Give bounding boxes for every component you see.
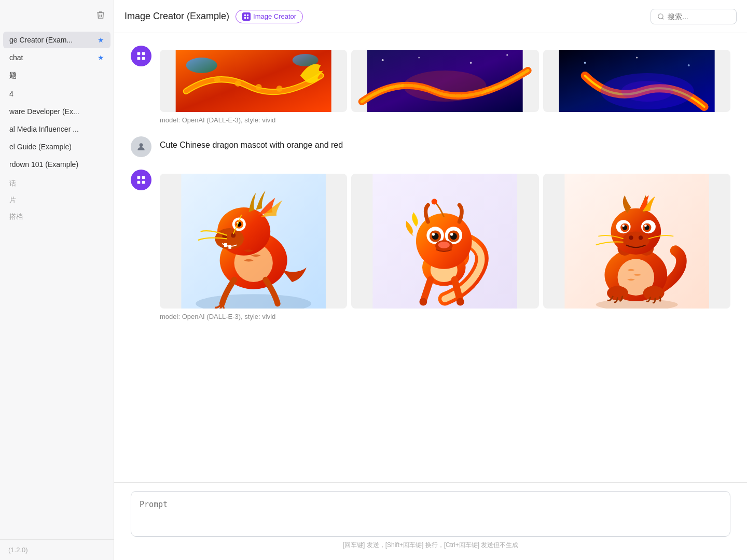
dragon-image-3[interactable] bbox=[543, 50, 730, 112]
svg-point-19 bbox=[418, 57, 420, 59]
svg-point-72 bbox=[622, 231, 649, 248]
svg-rect-2 bbox=[244, 17, 246, 18]
page-title: Image Creator (Example) bbox=[125, 11, 229, 22]
image-creator-badge[interactable]: Image Creator bbox=[236, 10, 303, 23]
cute-dragon-3[interactable] bbox=[543, 174, 730, 309]
svg-point-70 bbox=[643, 286, 664, 300]
dragon-image-2[interactable] bbox=[351, 50, 538, 112]
svg-point-61 bbox=[450, 233, 453, 236]
svg-point-13 bbox=[214, 77, 220, 83]
svg-rect-47 bbox=[228, 245, 231, 248]
svg-point-14 bbox=[235, 80, 241, 87]
avatar-user bbox=[131, 136, 151, 157]
star-icon: ★ bbox=[98, 36, 104, 44]
user-message-body: Cute Chinese dragon mascot with orange a… bbox=[160, 136, 730, 150]
sidebar-item-5[interactable]: rdown 101 (Example) bbox=[3, 156, 110, 173]
prompt-hint: [回车键] 发送，[Shift+回车键] 换行，[Ctrl+回车键] 发送但不生… bbox=[131, 541, 730, 550]
cute-dragon-1[interactable] bbox=[160, 174, 347, 309]
svg-rect-31 bbox=[142, 176, 145, 179]
svg-point-4 bbox=[658, 13, 663, 18]
sidebar-section-partner: 搭档 bbox=[0, 207, 114, 223]
main-area: Image Creator (Example) Image Creator bbox=[114, 0, 747, 560]
image-grid-1 bbox=[160, 50, 730, 112]
sidebar-section-chat: 话 bbox=[0, 174, 114, 190]
svg-point-74 bbox=[639, 235, 643, 240]
cute-dragon-2[interactable] bbox=[351, 174, 538, 309]
chat-item-label: el Guide (Example) bbox=[9, 143, 104, 151]
badge-label: Image Creator bbox=[253, 12, 296, 20]
chat-item-label: ware Developer (Ex... bbox=[9, 107, 104, 116]
svg-point-20 bbox=[470, 62, 472, 64]
ai-message-1: model: OpenAI (DALL-E-3), style: vivid bbox=[131, 46, 730, 124]
sidebar-item-1[interactable]: 4 bbox=[3, 86, 110, 102]
svg-rect-1 bbox=[247, 14, 248, 16]
svg-rect-32 bbox=[137, 181, 141, 184]
svg-point-81 bbox=[622, 225, 625, 227]
sidebar-item-4[interactable]: el Guide (Example) bbox=[3, 138, 110, 155]
svg-rect-0 bbox=[244, 14, 246, 16]
svg-point-11 bbox=[186, 58, 217, 73]
model-label-2: model: OpenAI (DALL-E-3), style: vivid bbox=[160, 313, 730, 320]
ai-message-2: model: OpenAI (DALL-E-3), style: vivid bbox=[131, 170, 730, 320]
svg-point-51 bbox=[420, 298, 427, 306]
svg-point-64 bbox=[438, 242, 450, 248]
sidebar-version: (1.2.0) bbox=[0, 539, 114, 560]
chat-item-label: rdown 101 (Example) bbox=[9, 160, 104, 169]
ai-message-body-1: model: OpenAI (DALL-E-3), style: vivid bbox=[160, 46, 730, 124]
svg-point-24 bbox=[584, 62, 586, 64]
svg-rect-9 bbox=[142, 57, 145, 60]
image-grid-2 bbox=[160, 174, 730, 309]
sidebar-item-3[interactable]: al Media Influencer ... bbox=[3, 121, 110, 137]
chat-item-label: al Media Influencer ... bbox=[9, 125, 104, 133]
svg-rect-8 bbox=[137, 57, 141, 60]
svg-point-21 bbox=[506, 54, 508, 56]
prompt-input[interactable] bbox=[140, 500, 722, 526]
dragon-image-1[interactable] bbox=[160, 50, 347, 112]
svg-point-28 bbox=[621, 81, 673, 102]
user-message: Cute Chinese dragon mascot with orange a… bbox=[131, 136, 730, 157]
svg-rect-7 bbox=[142, 52, 145, 55]
avatar-ai-2 bbox=[131, 170, 151, 190]
chat-item-label: ge Creator (Exam... bbox=[9, 36, 94, 44]
sidebar: ge Creator (Exam... ★ chat ★ 题 4 ware De… bbox=[0, 0, 114, 560]
svg-point-26 bbox=[687, 64, 689, 66]
chat-item-label: 4 bbox=[9, 90, 104, 98]
version-label: (1.2.0) bbox=[8, 546, 28, 554]
svg-rect-6 bbox=[137, 52, 141, 55]
svg-point-60 bbox=[432, 233, 435, 236]
svg-rect-30 bbox=[137, 176, 141, 179]
avatar-ai bbox=[131, 46, 151, 66]
chat-content: model: OpenAI (DALL-E-3), style: vivid C… bbox=[114, 33, 747, 482]
svg-point-16 bbox=[276, 86, 283, 92]
svg-point-62 bbox=[432, 199, 437, 204]
svg-point-52 bbox=[457, 298, 464, 306]
badge-icon bbox=[242, 12, 251, 21]
sidebar-item-0[interactable]: 题 bbox=[3, 67, 110, 85]
sidebar-item-chat[interactable]: chat ★ bbox=[3, 49, 110, 66]
prompt-box bbox=[131, 491, 730, 537]
svg-line-5 bbox=[662, 18, 664, 19]
search-icon bbox=[657, 13, 665, 20]
delete-button[interactable] bbox=[94, 8, 107, 24]
chat-item-label: 题 bbox=[9, 71, 104, 80]
sidebar-item-2[interactable]: ware Developer (Ex... bbox=[3, 103, 110, 120]
svg-point-73 bbox=[629, 235, 633, 240]
chat-item-label: chat bbox=[9, 53, 94, 62]
svg-rect-46 bbox=[224, 243, 227, 247]
header: Image Creator (Example) Image Creator bbox=[114, 0, 747, 33]
sidebar-item-image-creator[interactable]: ge Creator (Exam... ★ bbox=[3, 32, 110, 48]
svg-point-25 bbox=[636, 57, 638, 59]
user-message-text: Cute Chinese dragon mascot with orange a… bbox=[160, 136, 730, 150]
sidebar-header bbox=[0, 0, 114, 29]
svg-point-15 bbox=[256, 84, 262, 90]
search-input[interactable] bbox=[668, 12, 730, 21]
svg-point-22 bbox=[404, 71, 487, 102]
prompt-area: [回车键] 发送，[Shift+回车键] 换行，[Ctrl+回车键] 发送但不生… bbox=[114, 482, 747, 560]
svg-rect-3 bbox=[247, 17, 248, 18]
model-label-1: model: OpenAI (DALL-E-3), style: vivid bbox=[160, 116, 730, 124]
svg-point-18 bbox=[382, 59, 384, 61]
search-box[interactable] bbox=[651, 9, 737, 24]
svg-point-82 bbox=[644, 225, 647, 227]
sidebar-section-images: 片 bbox=[0, 190, 114, 207]
star-icon: ★ bbox=[98, 53, 104, 62]
